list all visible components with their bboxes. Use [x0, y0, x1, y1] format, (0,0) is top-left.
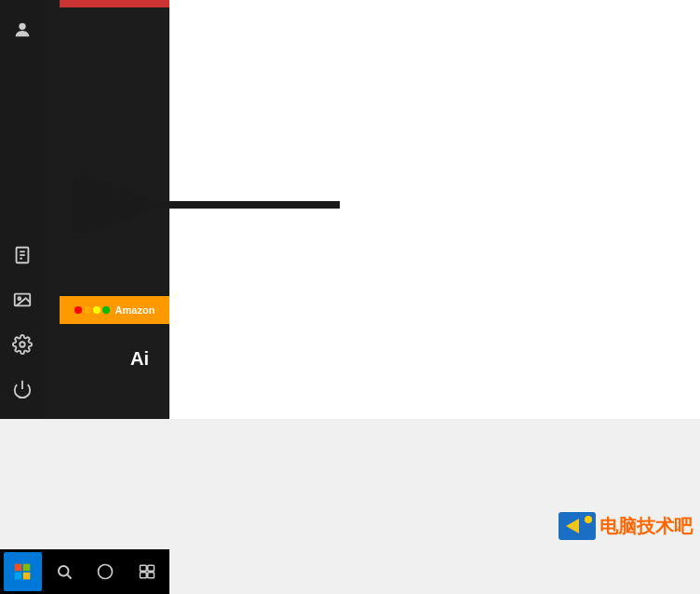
amazon-tile[interactable]: Amazon	[60, 296, 169, 324]
watermark: 电脑技术吧	[559, 512, 693, 540]
svg-rect-16	[140, 565, 146, 571]
power-icon[interactable]	[0, 367, 45, 412]
amazon-logo	[74, 306, 110, 314]
logo-dot-yellow	[93, 306, 101, 314]
cortana-button[interactable]	[87, 552, 125, 591]
svg-rect-9	[15, 564, 22, 572]
user-icon[interactable]	[0, 7, 45, 52]
task-view-button[interactable]	[128, 552, 167, 591]
watermark-text: 电脑技术吧	[599, 514, 693, 539]
svg-rect-18	[140, 573, 146, 578]
sidebar-rail	[0, 0, 45, 419]
svg-point-13	[59, 566, 69, 576]
svg-point-0	[19, 23, 25, 30]
logo-dot-green	[102, 306, 110, 314]
svg-rect-10	[23, 564, 31, 572]
arrow-left	[70, 177, 349, 233]
svg-rect-11	[15, 573, 22, 580]
settings-icon[interactable]	[0, 322, 45, 367]
svg-point-7	[20, 342, 25, 347]
search-button[interactable]	[46, 552, 84, 591]
profile-top-strip	[60, 0, 169, 7]
ai-label: Ai	[130, 348, 149, 370]
image-icon[interactable]	[0, 277, 45, 322]
svg-rect-19	[148, 573, 155, 578]
svg-rect-12	[23, 573, 31, 580]
svg-point-6	[18, 297, 20, 300]
logo-dot-red	[74, 306, 82, 314]
taskbar	[0, 549, 169, 594]
svg-point-15	[99, 565, 113, 579]
svg-rect-17	[148, 565, 155, 571]
start-button[interactable]	[4, 552, 42, 591]
logo-dot-orange	[84, 306, 91, 314]
document-icon[interactable]	[0, 233, 45, 277]
svg-line-14	[67, 574, 71, 578]
watermark-icon	[559, 512, 596, 540]
amazon-label: Amazon	[115, 304, 155, 316]
